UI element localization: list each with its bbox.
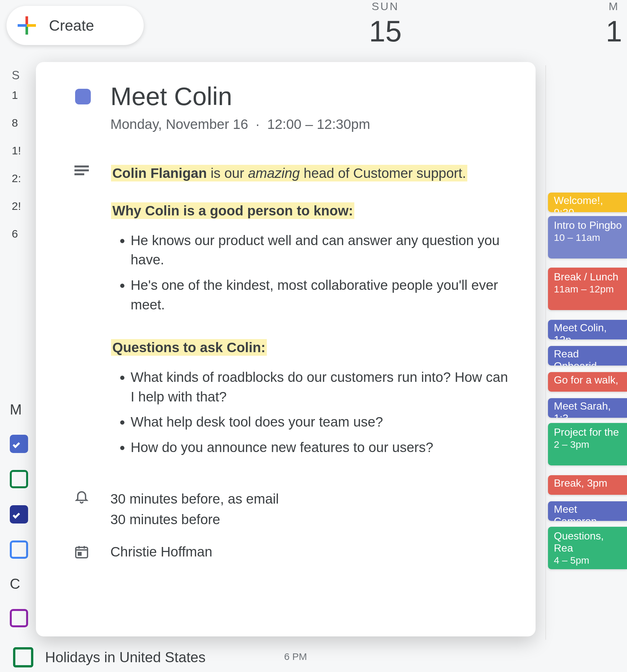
calendar-list: M C	[10, 402, 28, 627]
timeline-event[interactable]: Break, 3pm	[548, 475, 627, 495]
reminder-line: 30 minutes before	[110, 509, 279, 530]
event-block-title: Meet Cameron	[554, 503, 597, 521]
heading-questions: Questions to ask Colin:	[111, 339, 267, 356]
day-headers: SUN 15 M 1	[340, 0, 627, 48]
event-block-time: 2 – 3pm	[554, 439, 622, 450]
my-calendars-header: M	[10, 402, 28, 418]
description-icon	[72, 164, 91, 463]
calendar-checkbox[interactable]	[10, 435, 28, 453]
calendar-icon	[72, 544, 91, 560]
event-date: Monday, November 16	[110, 117, 248, 132]
bullets-questions: What kinds of roadblocks do our customer…	[131, 367, 513, 457]
timeline-event[interactable]: Welcome!, 9:30	[548, 193, 627, 212]
calendar-checkbox[interactable]	[10, 505, 28, 524]
event-block-title: Break, 3pm	[554, 477, 607, 489]
event-datetime: Monday, November 16 · 12:00 – 12:30pm	[110, 117, 513, 132]
calendar-checkbox[interactable]	[10, 470, 28, 488]
svg-rect-1	[78, 553, 81, 555]
event-block-title: Read Onboarid	[554, 348, 597, 365]
other-calendars-header: C	[10, 576, 28, 592]
bullet: What help desk tool does your team use?	[131, 412, 513, 432]
bullet: He knows our product well and can answer…	[131, 231, 513, 270]
event-block-title: Break / Lunch	[554, 271, 618, 283]
day-number: 1	[568, 15, 627, 48]
event-color-chip	[75, 89, 91, 104]
day-number: 15	[340, 15, 431, 48]
reminder-line: 30 minutes before, as email	[110, 488, 279, 509]
mini-month-row[interactable]: 2!	[12, 200, 38, 213]
intro-em: amazing	[248, 166, 300, 181]
mini-month-row[interactable]: 2:	[12, 172, 38, 185]
calendar-checkbox[interactable]	[10, 609, 28, 627]
day-timeline[interactable]: Welcome!, 9:30Intro to Pingbo10 – 11amBr…	[545, 65, 627, 640]
event-block-title: Intro to Pingbo	[554, 219, 622, 231]
timeline-event[interactable]: Meet Sarah, 1:3	[548, 398, 627, 418]
day-header-sun[interactable]: SUN 15	[340, 0, 431, 48]
timeline-event[interactable]: Go for a walk,	[548, 372, 627, 392]
mini-month-row[interactable]: 1	[12, 89, 38, 101]
mini-month-row[interactable]: 1!	[12, 144, 38, 157]
timeline-event[interactable]: Meet Colin, 12p	[548, 320, 627, 339]
event-block-time: 4 – 5pm	[554, 555, 622, 566]
bullet: How do you announce new features to our …	[131, 438, 513, 457]
intro-tail: head of Customer support.	[300, 166, 466, 181]
mini-month-header: S	[12, 69, 38, 82]
day-abbr: M	[568, 0, 627, 13]
plus-icon	[18, 16, 36, 34]
event-block-title: Project for the	[554, 426, 619, 438]
event-time: 12:00 – 12:30pm	[267, 117, 370, 132]
calendar-checkbox[interactable]	[13, 647, 33, 667]
timeline-event[interactable]: Project for the2 – 3pm	[548, 423, 627, 465]
event-detail-card: Meet Colin Monday, November 16 · 12:00 –…	[36, 62, 536, 637]
day-header-mon[interactable]: M 1	[568, 0, 627, 48]
mini-month-sidebar: S 1 8 1! 2: 2! 6	[12, 69, 38, 255]
event-block-title: Meet Sarah, 1:3	[554, 400, 611, 418]
mini-month-row[interactable]: 6	[12, 227, 38, 240]
intro-mid: is our	[207, 166, 248, 181]
timeline-event[interactable]: Meet Cameron	[548, 501, 627, 521]
create-button[interactable]: Create	[6, 6, 144, 45]
timeline-event[interactable]: Intro to Pingbo10 – 11am	[548, 216, 627, 259]
calendar-checkbox[interactable]	[10, 541, 28, 559]
event-description-section: Colin Flanigan is our amazing head of Cu…	[72, 164, 513, 463]
event-organizer: Christie Hoffman	[72, 544, 513, 560]
time-label-6pm: 6 PM	[284, 651, 307, 662]
timeline-event[interactable]: Break / Lunch11am – 12pm	[548, 268, 627, 310]
event-block-title: Go for a walk,	[554, 374, 618, 386]
mini-month-row[interactable]: 8	[12, 117, 38, 129]
intro-name: Colin Flanigan	[112, 166, 207, 181]
event-block-title: Questions, Rea	[554, 530, 604, 554]
event-title: Meet Colin	[110, 81, 232, 111]
event-description: Colin Flanigan is our amazing head of Cu…	[111, 164, 513, 463]
create-label: Create	[49, 17, 94, 34]
event-block-time: 10 – 11am	[554, 232, 622, 243]
sep: ·	[252, 117, 267, 132]
event-block-title: Meet Colin, 12p	[554, 322, 607, 339]
event-block-title: Welcome!, 9:30	[554, 194, 603, 212]
heading-why: Why Colin is a good person to know:	[111, 202, 354, 219]
timeline-event[interactable]: Questions, Rea4 – 5pm	[548, 527, 627, 569]
bell-icon	[72, 488, 91, 504]
bullet: He's one of the kindest, most collaborat…	[131, 275, 513, 314]
bullet: What kinds of roadblocks do our customer…	[131, 367, 513, 406]
day-abbr: SUN	[340, 0, 431, 13]
event-reminders: 30 minutes before, as email 30 minutes b…	[72, 488, 513, 530]
bullets-why: He knows our product well and can answer…	[131, 231, 513, 315]
timeline-event[interactable]: Read Onboarid	[548, 346, 627, 365]
organizer-name: Christie Hoffman	[110, 544, 212, 560]
event-block-time: 11am – 12pm	[554, 284, 622, 295]
calendar-label: Holidays in United States	[45, 649, 206, 666]
calendar-holidays-row[interactable]: Holidays in United States	[13, 647, 206, 667]
